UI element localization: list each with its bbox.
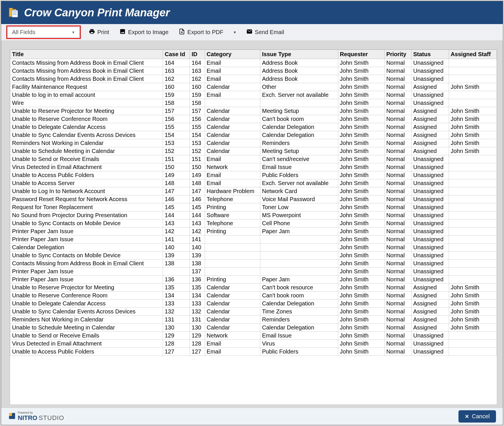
cell-id: 134: [190, 292, 205, 300]
table-row[interactable]: Request for Toner Replacement145145Print…: [10, 203, 497, 211]
col-requester[interactable]: Requester: [338, 50, 384, 59]
table-row[interactable]: Reminders Not Working in Calendar153153C…: [10, 139, 497, 147]
cell-case_id: 139: [163, 252, 190, 260]
cell-case_id: 148: [163, 179, 190, 187]
table-row[interactable]: Unable to Schedule Meeting in Calendar15…: [10, 147, 497, 155]
cell-issue_type: Virus: [260, 340, 338, 348]
cell-assigned: John Smith: [449, 308, 497, 316]
cell-status: Assigned: [411, 115, 449, 123]
table-row[interactable]: Unable to Send or Receive Emails129129Ne…: [10, 332, 497, 340]
table-row[interactable]: Virus Detected in Email Attachment150150…: [10, 163, 497, 171]
cell-assigned: [449, 340, 497, 348]
table-row[interactable]: Calendar Delegation140140John SmithNorma…: [10, 244, 497, 252]
table-row[interactable]: No Sound from Projector During Presentat…: [10, 211, 497, 219]
fields-selector[interactable]: All Fields ▼: [8, 27, 79, 38]
cell-title: Password Reset Request for Network Acces…: [10, 195, 163, 203]
cell-id: 136: [190, 276, 205, 284]
table-row[interactable]: Printer Paper Jam Issue136136PrintingPap…: [10, 276, 497, 284]
table-scroll[interactable]: Title Case Id ID Category Issue Type Req…: [10, 49, 497, 405]
cell-category: Printing: [205, 227, 260, 235]
export-pdf-button[interactable]: Export to PDF: [176, 27, 226, 37]
cell-issue_type: Can't book room: [260, 292, 338, 300]
table-row[interactable]: Unable to Reserve Projector for Meeting1…: [10, 107, 497, 115]
table-row[interactable]: Unable to Sync Contacts on Mobile Device…: [10, 252, 497, 260]
cell-case_id: 131: [163, 316, 190, 324]
table-row[interactable]: Printer Paper Jam Issue137John SmithNorm…: [10, 268, 497, 276]
cell-issue_type: Exch. Server not available: [260, 91, 338, 99]
table-row[interactable]: Virus Detected in Email Attachment128128…: [10, 340, 497, 348]
table-row[interactable]: Unable to Send or Receive Emails151151Em…: [10, 155, 497, 163]
cell-requester: John Smith: [338, 276, 384, 284]
col-assigned-staff[interactable]: Assigned Staff: [449, 50, 497, 59]
table-row[interactable]: Unable to Delegate Calendar Access155155…: [10, 123, 497, 131]
table-row[interactable]: Unable to Delegate Calendar Access133133…: [10, 300, 497, 308]
cell-status: Assigned: [411, 131, 449, 139]
table-row[interactable]: Contacts Missing from Address Book in Em…: [10, 67, 497, 75]
cell-category: Software: [205, 211, 260, 219]
cell-assigned: [449, 244, 497, 252]
cell-requester: John Smith: [338, 244, 384, 252]
col-priority[interactable]: Priority: [384, 50, 411, 59]
table-row[interactable]: Unable to Reserve Projector for Meeting1…: [10, 284, 497, 292]
table-row[interactable]: Unable to Schedule Meeting in Calendar13…: [10, 324, 497, 332]
table-row[interactable]: Unable to Sync Calendar Events Across De…: [10, 131, 497, 139]
table-row[interactable]: Unable to Log In to Network Account14714…: [10, 187, 497, 195]
cell-issue_type: Network Card: [260, 187, 338, 195]
cell-requester: John Smith: [338, 252, 384, 260]
table-row[interactable]: Unable to Access Server148148EmailExch. …: [10, 179, 497, 187]
col-title[interactable]: Title: [10, 50, 163, 59]
table-row[interactable]: Unable to Reserve Conference Room156156C…: [10, 115, 497, 123]
cell-issue_type: [260, 260, 338, 268]
col-status[interactable]: Status: [411, 50, 449, 59]
col-case-id[interactable]: Case Id: [163, 50, 190, 59]
print-button[interactable]: Print: [86, 27, 111, 37]
cell-assigned: [449, 227, 497, 235]
table-row[interactable]: Unable to Sync Calendar Events Across De…: [10, 308, 497, 316]
col-id[interactable]: ID: [190, 50, 205, 59]
cell-status: Unassigned: [411, 340, 449, 348]
cancel-button[interactable]: ✕ Cancel: [458, 410, 496, 423]
cell-assigned: John Smith: [449, 131, 497, 139]
cell-id: 140: [190, 244, 205, 252]
cell-issue_type: Can't book resource: [260, 284, 338, 292]
col-category[interactable]: Category: [205, 50, 260, 59]
cell-requester: John Smith: [338, 115, 384, 123]
table-row[interactable]: Unable to Reserve Conference Room134134C…: [10, 292, 497, 300]
cell-case_id: 163: [163, 67, 190, 75]
cell-status: Assigned: [411, 83, 449, 91]
export-pdf-dropdown-caret[interactable]: ▼: [231, 30, 238, 34]
table-row[interactable]: Contacts Missing from Address Book in Em…: [10, 260, 497, 268]
table-row[interactable]: Unable to Access Public Folders127127Ema…: [10, 348, 497, 356]
cell-requester: John Smith: [338, 308, 384, 316]
export-image-button[interactable]: Export to Image: [117, 27, 171, 37]
send-email-button[interactable]: Send Email: [244, 27, 286, 37]
cell-priority: Normal: [384, 83, 411, 91]
table-row[interactable]: Printer Paper Jam Issue141141John SmithN…: [10, 235, 497, 244]
cell-issue_type: Reminders: [260, 139, 338, 147]
chevron-down-icon: ▼: [72, 30, 75, 34]
table-row[interactable]: Wire158158John SmithNormalUnassigned: [10, 99, 497, 107]
cell-priority: Normal: [384, 75, 411, 83]
table-row[interactable]: Facility Maintenance Request160160Calend…: [10, 83, 497, 91]
table-row[interactable]: Unable to Access Public Folders149149Ema…: [10, 171, 497, 179]
cell-status: Unassigned: [411, 211, 449, 219]
table-row[interactable]: Password Reset Request for Network Acces…: [10, 195, 497, 203]
cell-issue_type: Meeting Setup: [260, 147, 338, 155]
cell-title: Unable to Reserve Conference Room: [10, 115, 163, 123]
studio-text: STUDIO: [39, 414, 64, 421]
cell-id: 157: [190, 107, 205, 115]
content-area: Title Case Id ID Category Issue Type Req…: [1, 41, 503, 408]
table-row[interactable]: Unable to Sync Contacts on Mobile Device…: [10, 219, 497, 227]
cell-title: Unable to Sync Contacts on Mobile Device: [10, 219, 163, 227]
table-row[interactable]: Contacts Missing from Address Book in Em…: [10, 59, 497, 67]
cell-issue_type: Public Folders: [260, 171, 338, 179]
table-header: Title Case Id ID Category Issue Type Req…: [10, 50, 497, 59]
table-row[interactable]: Unable to log in to email account159159E…: [10, 91, 497, 99]
table-row[interactable]: Reminders Not Working in Calendar131131C…: [10, 316, 497, 324]
cell-title: Unable to Sync Calendar Events Across De…: [10, 308, 163, 316]
col-issue-type[interactable]: Issue Type: [260, 50, 338, 59]
cell-priority: Normal: [384, 235, 411, 244]
table-row[interactable]: Contacts Missing from Address Book in Em…: [10, 75, 497, 83]
cell-priority: Normal: [384, 316, 411, 324]
table-row[interactable]: Printer Paper Jam Issue142142PrintingPap…: [10, 227, 497, 235]
